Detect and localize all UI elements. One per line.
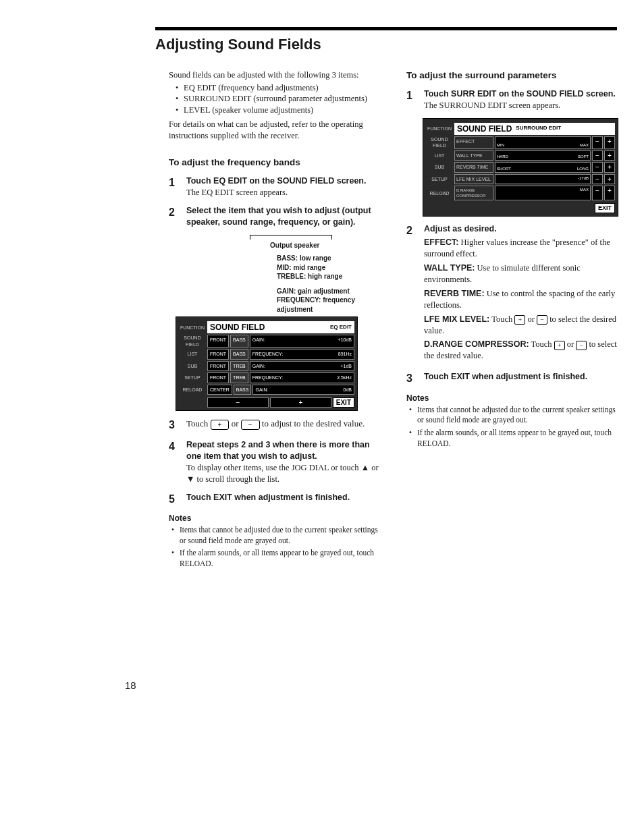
step3-post: to adjust to the desired value.: [262, 418, 365, 428]
step-bold: Touch SURR EDIT on the SOUND FIELD scree…: [424, 88, 617, 100]
plus-icon: +: [554, 341, 565, 350]
note-item: If the alarm sounds, or all items appear…: [176, 548, 379, 569]
plus-btn[interactable]: +: [604, 150, 615, 161]
legend-treble: TREBLE: high range: [277, 272, 379, 281]
step-bold: Adjust as desired.: [424, 223, 617, 235]
intro-tail: For details on what can be adjusted, ref…: [169, 119, 379, 142]
note-item: If the alarm sounds, or all items appear…: [413, 428, 617, 449]
sur-exit[interactable]: EXIT: [595, 203, 615, 213]
step-number: 1: [169, 175, 180, 198]
eq-title: SOUND FIELD: [210, 322, 265, 333]
intro-line: Sound fields can be adjusted with the fo…: [169, 70, 379, 81]
minus-icon: −: [576, 341, 587, 350]
minus-btn[interactable]: −: [592, 136, 603, 149]
step-number: 2: [406, 223, 417, 365]
step-2r: 2 Adjust as desired. EFFECT: Higher valu…: [406, 223, 617, 365]
step-number: 4: [169, 439, 180, 485]
step-3: 3 Touch + or − to adjust to the desired …: [169, 418, 379, 433]
plus-btn[interactable]: +: [604, 162, 615, 173]
step-bold: Select the item that you wish to adjust …: [186, 205, 379, 228]
step-text: The EQ EDIT screen appears.: [186, 187, 379, 198]
step-bold: Touch EXIT when adjustment is finished.: [186, 492, 379, 503]
surround-panel: FUNCTION SOUND FIELD SURROUND EDIT SOUND…: [423, 118, 618, 217]
plus-btn[interactable]: +: [604, 174, 615, 185]
step-bold: Touch EXIT when adjustment is finished.: [424, 371, 617, 383]
eq-sub: EQ EDIT: [330, 324, 352, 331]
step-2: 2 Select the item that you wish to adjus…: [169, 205, 379, 228]
intro-item: SURROUND EDIT (surround parameter adjust…: [178, 93, 379, 105]
minus-btn[interactable]: −: [592, 186, 603, 200]
sur-title: SOUND FIELD: [457, 123, 512, 134]
step-text: To display other items, use the JOG DIAL…: [186, 462, 379, 485]
legend-bass: BASS: low range: [277, 254, 379, 263]
minus-btn[interactable]: −: [592, 150, 603, 161]
right-subhead: To adjust the surround parameters: [406, 70, 617, 82]
sur-sub: SURROUND EDIT: [516, 125, 561, 132]
step-number: 2: [169, 205, 180, 228]
step3-pre: Touch: [186, 418, 211, 428]
legend-output: Output speaker: [270, 241, 379, 250]
step3-mid: or: [232, 418, 241, 428]
plus-btn[interactable]: +: [604, 186, 615, 200]
step-number: 5: [169, 492, 180, 507]
legend-freq: FREQUENCY: frequency adjustment: [277, 296, 379, 314]
step-1r: 1 Touch SURR EDIT on the SOUND FIELD scr…: [406, 88, 617, 111]
intro: Sound fields can be adjusted with the fo…: [169, 70, 379, 142]
left-column: Sound fields can be adjusted with the fo…: [169, 70, 379, 572]
left-subhead: To adjust the frequency bands: [169, 157, 379, 169]
minus-button-icon: −: [241, 420, 260, 430]
page-title: Adjusting Sound Fields: [155, 34, 617, 55]
header-rule: [155, 27, 617, 30]
plus-btn[interactable]: +: [604, 136, 615, 149]
minus-icon: −: [537, 315, 547, 325]
note-item: Items that cannot be adjusted due to the…: [176, 525, 379, 546]
eq-exit[interactable]: EXIT: [333, 397, 354, 408]
step-5: 5 Touch EXIT when adjustment is finished…: [169, 492, 379, 507]
legend-gain: GAIN: gain adjustment: [277, 287, 379, 296]
intro-item: EQ EDIT (frequency band adjustments): [178, 82, 379, 94]
step-number: 3: [169, 418, 180, 433]
page-number: 18: [125, 679, 617, 692]
step-number: 1: [406, 88, 417, 111]
step-4: 4 Repeat steps 2 and 3 when there is mor…: [169, 439, 379, 485]
plus-button-icon: +: [211, 420, 230, 430]
step-bold: Touch EQ EDIT on the SOUND FIELD screen.: [186, 175, 379, 187]
eq-plus[interactable]: +: [270, 397, 331, 408]
minus-btn[interactable]: −: [592, 162, 603, 173]
eq-side: FUNCTION: [179, 321, 206, 333]
eq-diagram: Output speaker BASS: low range MID: mid …: [176, 235, 379, 412]
notes-heading: Notes: [169, 513, 379, 524]
minus-btn[interactable]: −: [592, 174, 603, 185]
step-number: 3: [406, 371, 417, 386]
step-text: The SURROUND EDIT screen appears.: [424, 100, 617, 111]
note-item: Items that cannot be adjusted due to the…: [413, 405, 617, 426]
eq-minus[interactable]: −: [207, 397, 269, 408]
intro-item: LEVEL (speaker volume adjustments): [178, 105, 379, 116]
right-column: To adjust the surround parameters 1 Touc…: [406, 70, 617, 572]
notes-heading: Notes: [406, 393, 617, 404]
step-1: 1 Touch EQ EDIT on the SOUND FIELD scree…: [169, 175, 379, 198]
step-3r: 3 Touch EXIT when adjustment is finished…: [406, 371, 617, 386]
plus-icon: +: [514, 315, 525, 325]
eq-panel: FUNCTION SOUND FIELDEQ EDIT SOUND FIELD …: [176, 316, 358, 411]
legend-mid: MID: mid range: [277, 263, 379, 273]
step-bold: Repeat steps 2 and 3 when there is more …: [186, 439, 379, 462]
